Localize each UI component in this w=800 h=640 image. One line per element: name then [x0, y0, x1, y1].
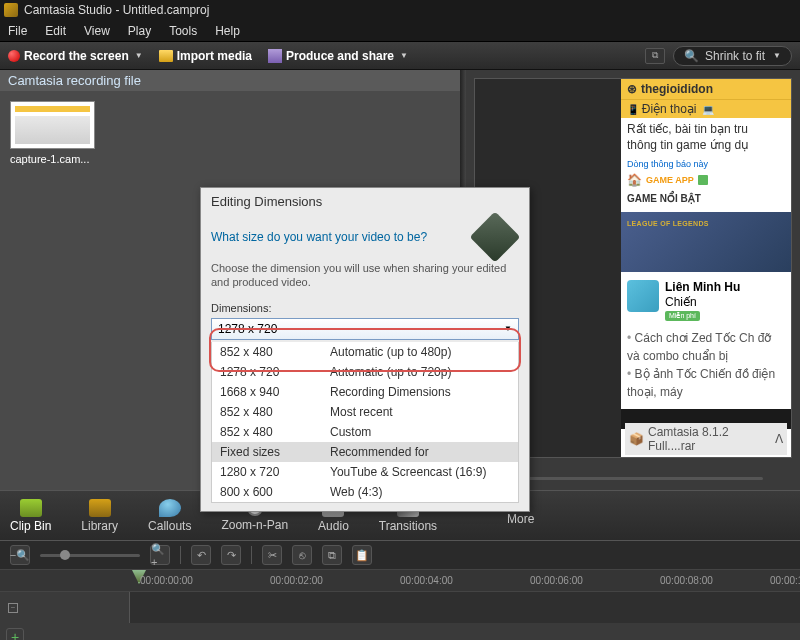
dimension-option[interactable]: 1668 x 940Recording Dimensions: [212, 382, 518, 402]
playback-slider[interactable]: [503, 477, 763, 480]
titlebar: Camtasia Studio - Untitled.camproj: [0, 0, 800, 20]
menu-view[interactable]: View: [84, 24, 110, 38]
split-button[interactable]: ⎋: [292, 545, 312, 565]
dimension-option[interactable]: 1280 x 720YouTube & Screencast (16:9): [212, 462, 518, 482]
import-button[interactable]: Import media: [159, 49, 252, 63]
zoom-in-button[interactable]: 🔍+: [150, 545, 170, 565]
library-icon: [89, 499, 111, 517]
menubar: File Edit View Play Tools Help: [0, 20, 800, 42]
track-collapse-icon[interactable]: −: [8, 603, 18, 613]
chevron-down-icon: ▼: [135, 51, 143, 60]
preview-content: ⊛thegioididon 📱 Điện thoại 💻 Rất tiếc, b…: [621, 79, 791, 457]
share-icon: [268, 49, 282, 63]
cut-button[interactable]: ✂: [262, 545, 282, 565]
add-track-button[interactable]: +: [6, 628, 24, 640]
chevron-down-icon: ▼: [504, 324, 512, 333]
dimension-option[interactable]: 852 x 480Most recent: [212, 402, 518, 422]
home-icon: 🏠: [627, 173, 642, 187]
menu-edit[interactable]: Edit: [45, 24, 66, 38]
app-icon: [4, 3, 18, 17]
game-thumbnail: [621, 212, 791, 272]
clip-bin-icon: [20, 499, 42, 517]
zoom-slider[interactable]: [40, 554, 140, 557]
clip-thumbnail[interactable]: capture-1.cam...: [10, 101, 100, 165]
zoom-out-button[interactable]: −🔍: [10, 545, 30, 565]
dimension-group-header: Fixed sizesRecommended for: [212, 442, 518, 462]
tab-library[interactable]: Library: [81, 499, 118, 533]
search-icon: 🔍: [684, 49, 699, 63]
taskbar-item: 📦Camtasia 8.1.2 Full....rarᐱ: [625, 423, 787, 455]
tab-clip-bin[interactable]: Clip Bin: [10, 499, 51, 533]
menu-tools[interactable]: Tools: [169, 24, 197, 38]
chevron-down-icon: ▼: [773, 51, 781, 60]
undo-button[interactable]: ↶: [191, 545, 211, 565]
game-icon: [627, 280, 659, 312]
timeline-track[interactable]: − +: [0, 591, 800, 623]
dimension-option[interactable]: 852 x 480Custom: [212, 422, 518, 442]
menu-help[interactable]: Help: [215, 24, 240, 38]
copy-button[interactable]: ⧉: [322, 545, 342, 565]
record-button[interactable]: Record the screen ▼: [8, 49, 143, 63]
zoom-selector[interactable]: 🔍 Shrink to fit ▼: [673, 46, 792, 66]
dialog-title: Editing Dimensions: [201, 188, 529, 215]
android-icon: [698, 175, 708, 185]
chip-icon: [470, 212, 521, 263]
callouts-icon: [159, 499, 181, 517]
thumbnail-image: [10, 101, 95, 149]
main-toolbar: Record the screen ▼ Import media Produce…: [0, 42, 800, 70]
logo-icon: ⊛: [627, 82, 637, 96]
timeline: −🔍 🔍+ ↶ ↷ ✂ ⎋ ⧉ 📋 00:00:00:00 00:00:02:0…: [0, 540, 800, 623]
tab-callouts[interactable]: Callouts: [148, 499, 191, 533]
window-title: Camtasia Studio - Untitled.camproj: [24, 3, 209, 17]
redo-button[interactable]: ↷: [221, 545, 241, 565]
phone-icon: 📱: [627, 104, 639, 115]
dimension-option[interactable]: 852 x 480Automatic (up to 480p): [212, 342, 518, 362]
timeline-ruler[interactable]: 00:00:00:00 00:00:02:00 00:00:04:00 00:0…: [0, 569, 800, 591]
editing-dimensions-dialog: Editing Dimensions What size do you want…: [200, 187, 530, 512]
dimension-option[interactable]: 800 x 600Web (4:3): [212, 482, 518, 502]
dimensions-dropdown-list: 852 x 480Automatic (up to 480p) 1278 x 7…: [211, 342, 519, 503]
dialog-description: Choose the dimension you will use when s…: [201, 259, 529, 298]
dimensions-label: Dimensions:: [201, 298, 529, 316]
menu-play[interactable]: Play: [128, 24, 151, 38]
folder-icon: [159, 50, 173, 62]
dimensions-select[interactable]: 1278 x 720 ▼: [211, 318, 519, 340]
produce-button[interactable]: Produce and share ▼: [268, 49, 408, 63]
clip-bin-header: Camtasia recording file: [0, 70, 460, 91]
paste-button[interactable]: 📋: [352, 545, 372, 565]
dialog-question: What size do you want your video to be?: [211, 230, 427, 244]
dimension-option[interactable]: 1278 x 720Automatic (up to 720p): [212, 362, 518, 382]
track-header[interactable]: −: [0, 592, 130, 623]
menu-file[interactable]: File: [8, 24, 27, 38]
record-icon: [8, 50, 20, 62]
chevron-down-icon: ▼: [400, 51, 408, 60]
popout-button[interactable]: ⧉: [645, 48, 665, 64]
